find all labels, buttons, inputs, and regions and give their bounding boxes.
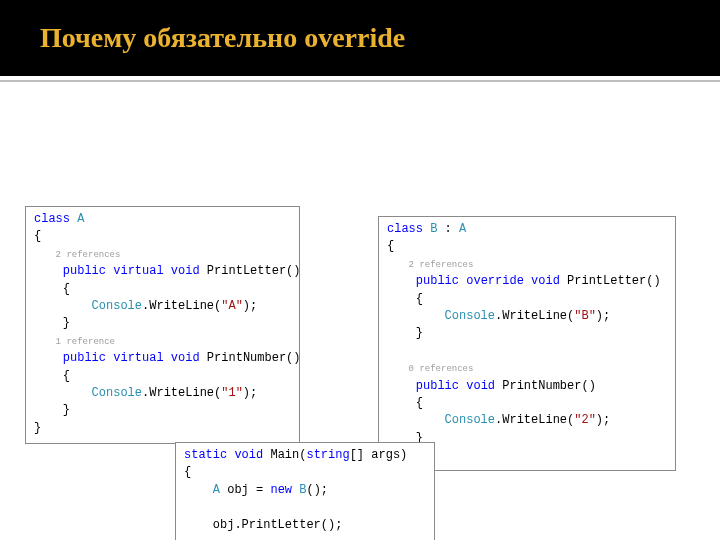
- call: .WriteLine(: [142, 299, 221, 313]
- string-lit: "2": [574, 413, 596, 427]
- call-end: );: [596, 309, 610, 323]
- kw-virtual: virtual: [113, 264, 163, 278]
- brace-close: }: [34, 316, 70, 330]
- colon: :: [437, 222, 459, 236]
- method-name: PrintNumber(): [200, 351, 301, 365]
- codelens-ref: 1 reference: [34, 337, 115, 347]
- string-lit: "B": [574, 309, 596, 323]
- kw-void: void: [466, 379, 495, 393]
- slide: Почему обязательно override class A { 2 …: [0, 0, 720, 540]
- code-class-b: class B : A { 2 references public overri…: [378, 216, 676, 471]
- type-a: A: [213, 483, 220, 497]
- call-end: );: [243, 386, 257, 400]
- method-name: PrintLetter(): [200, 264, 301, 278]
- codelens-ref: 2 references: [387, 260, 473, 270]
- kw-void: void: [531, 274, 560, 288]
- params: [] args): [350, 448, 408, 462]
- brace-open: {: [34, 229, 41, 243]
- codelens-ref: 0 references: [387, 364, 473, 374]
- slide-title: Почему обязательно override: [0, 0, 720, 76]
- kw-void: void: [171, 264, 200, 278]
- type-console: Console: [445, 309, 495, 323]
- brace-open: {: [387, 396, 423, 410]
- kw-string: string: [306, 448, 349, 462]
- kw-static: static: [184, 448, 227, 462]
- type-console: Console: [92, 299, 142, 313]
- code-main: static void Main(string[] args) { A obj …: [175, 442, 435, 540]
- brace-open: {: [34, 369, 70, 383]
- brace-open: {: [184, 465, 191, 479]
- kw-public: public: [63, 264, 106, 278]
- method-name: PrintNumber(): [495, 379, 596, 393]
- ctor-call: ();: [306, 483, 328, 497]
- var-decl: obj =: [220, 483, 270, 497]
- type-console: Console: [92, 386, 142, 400]
- type-a: A: [77, 212, 84, 226]
- kw-new: new: [270, 483, 292, 497]
- brace-close: }: [34, 421, 41, 435]
- brace-open: {: [34, 282, 70, 296]
- stmt: obj.PrintLetter();: [184, 518, 342, 532]
- type-console: Console: [445, 413, 495, 427]
- kw-void: void: [234, 448, 263, 462]
- title-separator: [0, 80, 720, 82]
- kw-class: class: [34, 212, 70, 226]
- kw-override: override: [466, 274, 524, 288]
- brace-open: {: [387, 292, 423, 306]
- kw-virtual: virtual: [113, 351, 163, 365]
- call: .WriteLine(: [142, 386, 221, 400]
- code-class-a: class A { 2 references public virtual vo…: [25, 206, 300, 444]
- kw-public: public: [416, 274, 459, 288]
- kw-void: void: [171, 351, 200, 365]
- codelens-ref: 2 references: [34, 250, 120, 260]
- call-end: );: [596, 413, 610, 427]
- method-name: PrintLetter(): [560, 274, 661, 288]
- brace-close: }: [34, 403, 70, 417]
- kw-public: public: [416, 379, 459, 393]
- call: .WriteLine(: [495, 309, 574, 323]
- call-end: );: [243, 299, 257, 313]
- brace-close: }: [387, 326, 423, 340]
- kw-class: class: [387, 222, 423, 236]
- call: .WriteLine(: [495, 413, 574, 427]
- type-a: A: [459, 222, 466, 236]
- kw-public: public: [63, 351, 106, 365]
- brace-open: {: [387, 239, 394, 253]
- method-name: Main(: [263, 448, 306, 462]
- string-lit: "A": [221, 299, 243, 313]
- string-lit: "1": [221, 386, 243, 400]
